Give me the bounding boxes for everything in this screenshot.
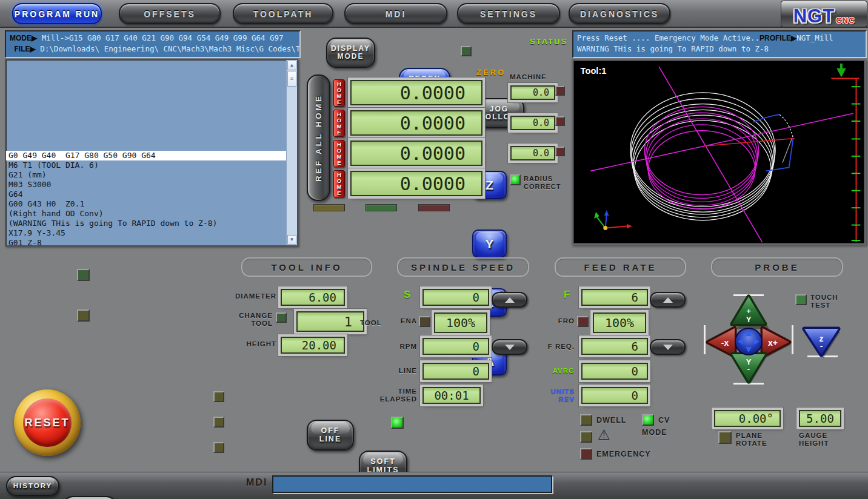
offline-button[interactable]: OFF LINE xyxy=(307,420,354,451)
up-arrow-icon xyxy=(505,297,515,303)
ena-led xyxy=(419,316,430,327)
gcode-current-line: G0 G49 G40 G17 G80 G50 G90 G64 xyxy=(6,151,287,160)
change-tool-led xyxy=(276,312,287,323)
zero-label: ZERO xyxy=(476,69,506,77)
tool-diameter-value[interactable]: 6.00 xyxy=(281,289,345,306)
probe-jog-y-plus[interactable]: + Y xyxy=(732,297,765,324)
toolpath-display[interactable]: Tool:1 xyxy=(572,59,866,245)
status-box: Press Reset .... Emergency Mode Active..… xyxy=(572,30,867,58)
mach3-ngt-cnc-screen: PROGRAM RUN OFFSETS TOOLPATH MDI SETTING… xyxy=(0,0,868,499)
line-label: LINE xyxy=(390,367,417,375)
status-label: STATUS xyxy=(530,38,567,46)
emergency-label: EMERGENCY xyxy=(596,451,651,458)
home-x-button[interactable]: HOME xyxy=(333,140,345,167)
tab-toolpath[interactable]: TOOLPATH xyxy=(233,3,333,24)
machine-y-led xyxy=(555,116,565,126)
feed-override-value[interactable]: 100% xyxy=(593,312,646,333)
dro-a-value[interactable]: 0.0000 xyxy=(350,171,482,196)
ref-all-home-button[interactable]: REF ALL HOME xyxy=(307,74,330,201)
history-button[interactable]: HISTORY xyxy=(6,476,59,496)
m1-optional-stop-led xyxy=(213,391,224,402)
gcode-line: G21 (mm) xyxy=(6,170,297,180)
tab-offsets[interactable]: OFFSETS xyxy=(119,3,221,24)
reverse-run-led xyxy=(213,442,224,453)
change-tool-label: CHANGE TOOL xyxy=(223,312,273,327)
warning-led xyxy=(580,431,592,443)
feed-up-button[interactable] xyxy=(650,292,686,308)
tool-height-value[interactable]: 20.00 xyxy=(281,337,345,354)
spindle-override-value[interactable]: 100% xyxy=(434,312,487,333)
y-minus-sign: - xyxy=(747,365,750,374)
machine-y-value: 0.0 xyxy=(510,116,555,130)
reset-button-face[interactable]: RESET xyxy=(23,398,72,447)
gcode-scrollbar[interactable]: ▲ ≡ ▼ xyxy=(286,60,297,245)
line-value: 0 xyxy=(422,363,489,380)
mode-value: Mill->G15 G80 G17 G40 G21 G90 G94 G54 G4… xyxy=(42,33,284,42)
tab-diagnostics[interactable]: DIAGNOSTICS xyxy=(569,3,670,24)
dro-z-value[interactable]: 0.0000 xyxy=(350,80,482,105)
display-mode-label: DISPLAY MODE xyxy=(327,45,374,60)
profile-label: PROFILE▶ xyxy=(760,34,796,42)
dro-x-value[interactable]: 0.0000 xyxy=(350,140,482,166)
x-plus-label: x+ xyxy=(768,338,778,348)
gcode-blank-space xyxy=(6,60,297,151)
cv-mode-led xyxy=(642,414,654,426)
gcode-line: G01 Z-8 xyxy=(6,238,297,246)
mdi-label: MDI xyxy=(246,479,267,487)
mode-label: MODE▶ xyxy=(10,34,37,42)
ngt-cnc-logo: NGT CNC xyxy=(781,1,867,27)
gauge-height-value[interactable]: 5.00 xyxy=(799,410,841,427)
machine-z-led xyxy=(555,86,565,96)
mdi-input[interactable] xyxy=(272,475,552,493)
home-a-button[interactable]: HOME xyxy=(333,170,345,197)
file-label: FILE▶ xyxy=(15,45,36,53)
tab-mdi[interactable]: MDI xyxy=(344,3,447,24)
toolpath-tool-label: Tool:1 xyxy=(581,66,607,76)
spindle-down-button[interactable] xyxy=(492,339,527,355)
machine-label: MACHINE xyxy=(510,73,547,81)
x-minus-label: -x xyxy=(721,338,729,348)
plane-rotate-value[interactable]: 0.00° xyxy=(714,410,781,427)
gauge-height-label: GAUGE HEIGHT xyxy=(799,432,838,447)
probe-jog-x-minus[interactable]: -x xyxy=(708,328,735,356)
machine-x-led xyxy=(555,147,565,156)
scroll-thumb[interactable]: ≡ xyxy=(287,71,296,87)
gcode-display[interactable]: G0 G49 G40 G17 G80 G50 G90 G64 M6 T1 (TO… xyxy=(5,59,298,246)
tool-label: TOOL xyxy=(360,319,382,327)
plane-rotate-led xyxy=(718,431,732,444)
plane-rotate-label: PLANE ROTATE xyxy=(736,432,775,447)
bottom-bar: HISTORY CLEAR G CODES M CODES MDI LOAD W… xyxy=(0,472,868,499)
profile-value: NGT_Mill xyxy=(796,33,833,42)
scroll-down-button[interactable]: ▼ xyxy=(287,235,296,245)
probe-jog-center[interactable] xyxy=(735,328,762,355)
feed-down-button[interactable] xyxy=(650,339,686,355)
probe-jog-y-minus[interactable]: Y - xyxy=(732,354,765,382)
tab-settings[interactable]: SETTINGS xyxy=(457,3,560,24)
reset-button[interactable]: RESET xyxy=(14,389,81,456)
f-req-label: F REQ. xyxy=(546,343,575,351)
z-sign: - xyxy=(820,341,823,351)
y-plus-sign: + xyxy=(746,306,751,316)
dwell-label: DWELL xyxy=(596,417,626,425)
tool-number-value[interactable]: 1 xyxy=(296,311,364,332)
dro-y-value[interactable]: 0.0000 xyxy=(350,110,482,136)
f-req-value[interactable]: 6 xyxy=(581,338,648,355)
display-mode-button[interactable]: DISPLAY MODE xyxy=(326,38,375,68)
scroll-up-button[interactable]: ▲ xyxy=(287,61,296,70)
ref-all-home-label: REF ALL HOME xyxy=(314,94,323,182)
hold-led xyxy=(77,309,90,322)
warning-icon: ⚠ xyxy=(598,428,610,442)
tab-program-run[interactable]: PROGRAM RUN xyxy=(12,3,102,24)
feed-f-value[interactable]: 6 xyxy=(581,289,648,306)
avrg-value: 0 xyxy=(581,363,648,380)
height-label: HEIGHT xyxy=(223,340,276,348)
down-arrow-icon xyxy=(663,345,673,350)
tool-info-header: TOOL INFO xyxy=(241,257,372,277)
time-elapsed-label: TIME ELAPSED xyxy=(373,388,417,403)
spindle-up-button[interactable] xyxy=(492,292,527,308)
home-y-button[interactable]: HOME xyxy=(333,110,345,137)
zero-y-button[interactable]: Y xyxy=(472,230,507,258)
home-z-button[interactable]: HOME xyxy=(333,79,345,107)
spindle-s-value[interactable]: 0 xyxy=(422,289,489,306)
clear-button[interactable]: CLEAR xyxy=(63,496,116,499)
